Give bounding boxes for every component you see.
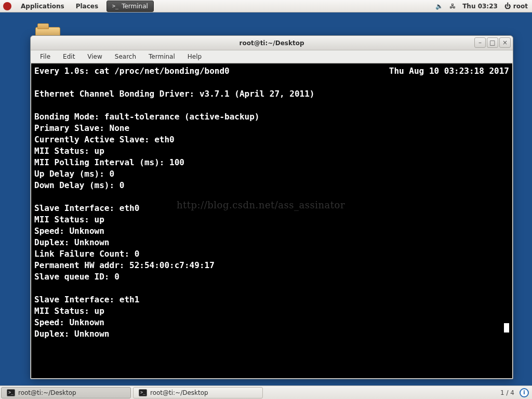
window-menubar: File Edit View Search Terminal Help <box>31 50 513 63</box>
window-titlebar[interactable]: root@ti:~/Desktop – □ × <box>31 36 513 50</box>
terminal-icon: >_ <box>7 389 15 396</box>
gnome-bottom-panel: >_ root@ti:~/Desktop >_ root@ti:~/Deskto… <box>0 385 532 399</box>
terminal-output: Ethernet Channel Bonding Driver: v3.7.1 … <box>34 77 509 340</box>
window-minimize-button[interactable]: – <box>474 37 486 48</box>
power-icon: ⏻ <box>504 3 511 10</box>
info-icon[interactable]: i <box>520 388 529 397</box>
watch-command: Every 1.0s: cat /proc/net/bonding/bond0 <box>34 65 230 77</box>
window-maximize-button[interactable]: □ <box>487 37 498 48</box>
gnome-top-panel: Applications Places >_ Terminal 🔈 🖧 Thu … <box>0 0 532 12</box>
window-close-button[interactable]: × <box>499 37 511 48</box>
network-icon[interactable]: 🖧 <box>449 3 456 10</box>
menu-help[interactable]: Help <box>181 53 208 60</box>
user-menu[interactable]: ⏻ root <box>504 3 528 10</box>
applications-menu[interactable]: Applications <box>16 0 70 12</box>
terminal-viewport[interactable]: Every 1.0s: cat /proc/net/bonding/bond0 … <box>31 63 512 378</box>
menu-view[interactable]: View <box>81 53 108 60</box>
taskbar-entry-1[interactable]: >_ root@ti:~/Desktop <box>133 387 263 398</box>
user-label: root <box>513 3 528 10</box>
terminal-window: root@ti:~/Desktop – □ × File Edit View S… <box>30 35 513 379</box>
terminal-cursor <box>504 323 509 332</box>
places-menu[interactable]: Places <box>71 0 103 12</box>
menu-file[interactable]: File <box>34 53 57 60</box>
taskbar-entry-label: root@ti:~/Desktop <box>150 389 208 396</box>
menu-search[interactable]: Search <box>109 53 142 60</box>
terminal-icon: >_ <box>139 389 147 396</box>
distro-logo-icon <box>3 2 11 10</box>
window-title: root@ti:~/Desktop <box>31 39 513 47</box>
toppanel-terminal-task[interactable]: >_ Terminal <box>107 1 154 12</box>
terminal-icon: >_ <box>112 3 118 9</box>
taskbar-entry-0[interactable]: >_ root@ti:~/Desktop <box>1 387 131 398</box>
clock[interactable]: Thu 03:23 <box>462 3 498 10</box>
taskbar-entry-label: root@ti:~/Desktop <box>18 389 76 396</box>
workspace-pager[interactable]: 1 / 4 <box>500 389 514 396</box>
menu-edit[interactable]: Edit <box>57 53 81 60</box>
menu-terminal[interactable]: Terminal <box>142 53 181 60</box>
sound-icon[interactable]: 🔈 <box>435 3 443 10</box>
toppanel-task-label: Terminal <box>122 3 148 10</box>
watch-timestamp: Thu Aug 10 03:23:18 2017 <box>389 65 509 77</box>
